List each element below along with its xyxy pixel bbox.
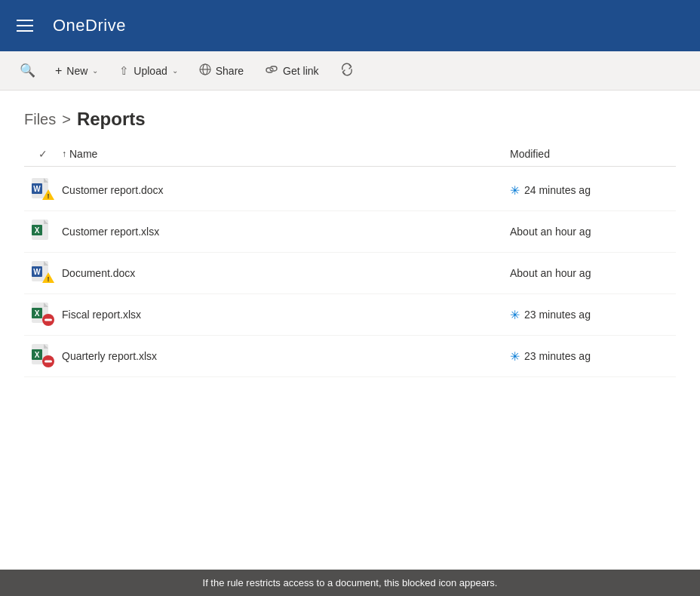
file-name: Quarterly report.xlsx bbox=[62, 350, 510, 362]
file-rows: W ! Customer report.docx ✳ 24 minutes ag… bbox=[24, 170, 676, 377]
file-modified: ✳ 23 minutes ag bbox=[510, 308, 676, 322]
file-icon: W ! bbox=[24, 177, 62, 203]
get-link-button[interactable]: Get link bbox=[256, 57, 327, 84]
upload-icon: ⇧ bbox=[119, 64, 129, 78]
svg-rect-30 bbox=[45, 361, 52, 363]
file-modified: About an hour ag bbox=[510, 226, 676, 238]
get-link-label: Get link bbox=[283, 65, 318, 77]
sync-icon: ✳ bbox=[510, 183, 520, 198]
file-icon: W ! bbox=[24, 260, 62, 286]
link-icon bbox=[265, 64, 278, 77]
tooltip-text: If the rule restricts access to a docume… bbox=[203, 577, 498, 588]
file-name: Customer report.docx bbox=[62, 184, 510, 196]
sort-arrow-icon: ↑ bbox=[62, 149, 66, 159]
share-icon bbox=[199, 63, 211, 78]
svg-text:!: ! bbox=[48, 192, 50, 200]
file-icon: X bbox=[24, 302, 62, 327]
svg-text:X: X bbox=[35, 226, 40, 235]
col-name-header[interactable]: ↑ Name bbox=[62, 148, 510, 160]
breadcrumb: Files > Reports bbox=[0, 91, 700, 142]
file-list: ✓ ↑ Name Modified W ! Custo bbox=[0, 142, 700, 377]
svg-text:X: X bbox=[35, 309, 40, 318]
file-modified: About an hour ag bbox=[510, 267, 676, 279]
table-row[interactable]: X Customer report.xlsx About an hour ag bbox=[24, 211, 676, 253]
search-icon: 🔍 bbox=[20, 63, 35, 78]
sync-icon: ✳ bbox=[510, 308, 520, 322]
table-row[interactable]: W ! Customer report.docx ✳ 24 minutes ag bbox=[24, 170, 676, 211]
file-modified: ✳ 23 minutes ag bbox=[510, 349, 676, 364]
col-name-label: Name bbox=[69, 148, 97, 160]
file-icon: X bbox=[24, 343, 62, 369]
checkmark-icon: ✓ bbox=[38, 148, 48, 160]
share-label: Share bbox=[216, 65, 244, 77]
table-row[interactable]: W ! Document.docx About an hour ag bbox=[24, 253, 676, 294]
new-label: New bbox=[66, 65, 88, 77]
table-row[interactable]: X Quarterly report.xlsx ✳ 23 minutes ag bbox=[24, 336, 676, 377]
table-row[interactable]: X Fiscal report.xlsx ✳ 23 minutes ag bbox=[24, 294, 676, 336]
svg-text:W: W bbox=[33, 268, 41, 276]
new-button[interactable]: + New ⌄ bbox=[46, 57, 107, 84]
plus-icon: + bbox=[55, 64, 62, 78]
sync-icon bbox=[340, 63, 354, 79]
new-chevron-icon: ⌄ bbox=[92, 66, 98, 75]
file-name: Customer report.xlsx bbox=[62, 226, 510, 238]
select-all-check[interactable]: ✓ bbox=[24, 148, 62, 160]
upload-chevron-icon: ⌄ bbox=[172, 66, 178, 75]
file-icon: X bbox=[24, 219, 62, 244]
toolbar: 🔍 + New ⌄ ⇧ Upload ⌄ Share Get link bbox=[0, 51, 700, 91]
app-title: OneDrive bbox=[53, 16, 126, 35]
file-name: Fiscal report.xlsx bbox=[62, 309, 510, 321]
breadcrumb-separator: > bbox=[62, 111, 71, 128]
file-modified: ✳ 24 minutes ag bbox=[510, 183, 676, 198]
upload-label: Upload bbox=[134, 65, 167, 77]
svg-text:W: W bbox=[33, 185, 41, 193]
share-button[interactable]: Share bbox=[190, 57, 253, 84]
app-header: OneDrive bbox=[0, 0, 700, 51]
svg-text:!: ! bbox=[48, 275, 50, 283]
breadcrumb-current-folder: Reports bbox=[77, 109, 146, 130]
breadcrumb-files[interactable]: Files bbox=[24, 111, 56, 128]
col-modified-header[interactable]: Modified bbox=[510, 148, 676, 160]
svg-rect-24 bbox=[45, 319, 52, 321]
search-button[interactable]: 🔍 bbox=[12, 57, 43, 84]
tooltip-bar: If the rule restricts access to a docume… bbox=[0, 570, 700, 596]
sync-icon: ✳ bbox=[510, 349, 520, 364]
col-modified-label: Modified bbox=[510, 148, 550, 160]
file-name: Document.docx bbox=[62, 267, 510, 279]
file-list-header: ✓ ↑ Name Modified bbox=[24, 142, 676, 167]
hamburger-menu[interactable] bbox=[12, 15, 38, 36]
svg-text:X: X bbox=[35, 351, 40, 359]
upload-button[interactable]: ⇧ Upload ⌄ bbox=[110, 57, 186, 84]
sync-button[interactable] bbox=[331, 57, 363, 84]
